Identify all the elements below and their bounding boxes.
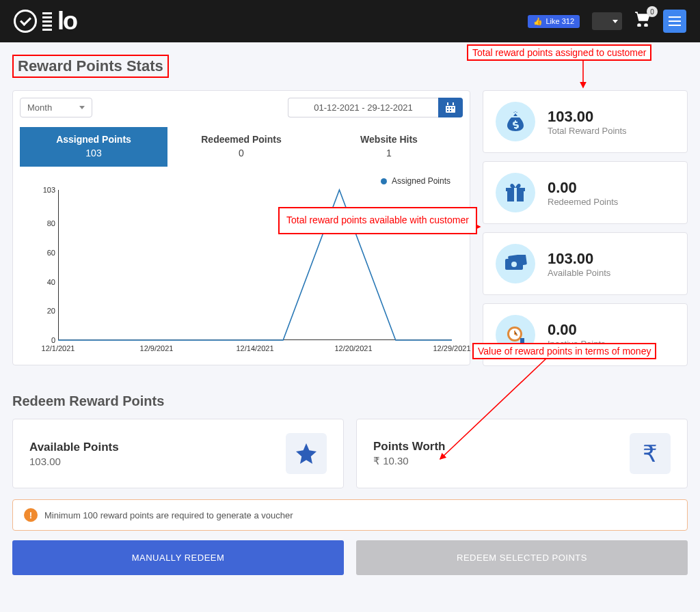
fb-like-text: Like 312 bbox=[546, 17, 574, 25]
card-label: Points Worth bbox=[373, 440, 445, 454]
stat-value: 0.00 bbox=[548, 321, 606, 339]
svg-point-17 bbox=[511, 262, 517, 267]
legend-label: Assigned Points bbox=[392, 176, 450, 186]
card-value: 103.00 bbox=[29, 456, 119, 467]
logo-text: lo bbox=[57, 7, 77, 36]
svg-rect-7 bbox=[447, 107, 448, 109]
page-title-box: Reward Points Stats bbox=[12, 55, 169, 78]
logo-building-icon bbox=[42, 12, 52, 33]
tab-value: 0 bbox=[167, 148, 315, 158]
stat-total-card: 103.00 Total Reward Points bbox=[483, 90, 688, 153]
rupee-icon: ₹ bbox=[630, 433, 671, 474]
tab-label: Assigned Points bbox=[20, 134, 167, 145]
cart-button[interactable]: 0 bbox=[634, 12, 651, 31]
tab-label: Redeemed Points bbox=[167, 134, 315, 145]
redeem-selected-button[interactable]: REDEEM SELECTED POINTS bbox=[356, 540, 688, 575]
card-value: ₹ 10.30 bbox=[373, 455, 445, 467]
chevron-down-icon bbox=[612, 20, 618, 23]
fb-like-button[interactable]: 👍 Like 312 bbox=[528, 15, 580, 28]
daterange-picker[interactable]: 01-12-2021 - 29-12-2021 bbox=[288, 98, 463, 117]
arrow-icon bbox=[574, 57, 594, 92]
svg-rect-10 bbox=[447, 110, 448, 111]
stats-sidebar: 103.00 Total Reward Points 0.00 Redeemed… bbox=[483, 90, 688, 374]
svg-rect-14 bbox=[514, 188, 517, 201]
calendar-icon bbox=[445, 102, 456, 113]
topbar-right: 👍 Like 312 0 bbox=[528, 10, 686, 33]
gift-icon bbox=[496, 173, 535, 212]
annotation-total-assigned: Total reward points assigned to customer bbox=[467, 44, 651, 61]
points-worth-card: Points Worth ₹ 10.30 ₹ bbox=[356, 419, 688, 488]
info-text: Minimum 100 reward points are required t… bbox=[44, 510, 293, 520]
page-title: Reward Points Stats bbox=[18, 57, 163, 75]
stat-available-card: 103.00 Available Points bbox=[483, 232, 688, 295]
menu-icon bbox=[669, 16, 681, 18]
warning-icon: ! bbox=[24, 508, 38, 522]
info-message: ! Minimum 100 reward points are required… bbox=[12, 499, 688, 531]
annotation-worth: Value of reward points in terms of money bbox=[472, 343, 656, 359]
stat-value: 103.00 bbox=[548, 108, 627, 126]
user-dropdown[interactable] bbox=[592, 12, 622, 30]
svg-rect-5 bbox=[447, 102, 448, 105]
period-value: Month bbox=[27, 102, 52, 113]
daterange-input[interactable]: 01-12-2021 - 29-12-2021 bbox=[288, 98, 438, 117]
stat-value: 0.00 bbox=[548, 179, 618, 197]
topbar: lo 👍 Like 312 0 bbox=[0, 0, 700, 42]
card-label: Available Points bbox=[29, 441, 119, 454]
period-select[interactable]: Month bbox=[20, 98, 92, 117]
chart-tabs: Assigned Points 103 Redeemed Points 0 We… bbox=[20, 127, 463, 167]
legend-dot-icon bbox=[381, 178, 387, 184]
chart-legend: Assigned Points bbox=[20, 176, 450, 186]
menu-button[interactable] bbox=[663, 10, 686, 33]
svg-rect-8 bbox=[450, 107, 451, 109]
redeem-section-title: Redeem Reward Points bbox=[12, 393, 688, 409]
logo[interactable]: lo bbox=[14, 7, 77, 36]
stat-label: Total Reward Points bbox=[548, 126, 627, 136]
tab-redeemed-points[interactable]: Redeemed Points 0 bbox=[167, 127, 315, 167]
svg-rect-6 bbox=[453, 102, 454, 105]
stat-label: Redeemed Points bbox=[548, 197, 618, 207]
stat-redeemed-card: 0.00 Redeemed Points bbox=[483, 161, 688, 224]
tab-label: Website Hits bbox=[315, 134, 463, 145]
svg-rect-9 bbox=[453, 107, 454, 109]
cart-badge: 0 bbox=[647, 6, 658, 17]
available-points-card: Available Points 103.00 bbox=[12, 419, 344, 488]
svg-rect-11 bbox=[450, 110, 451, 111]
calendar-button[interactable] bbox=[438, 98, 463, 117]
logo-check-icon bbox=[14, 10, 37, 33]
annotation-available: Total reward points available with custo… bbox=[278, 207, 477, 234]
stat-value: 103.00 bbox=[548, 250, 610, 268]
tab-assigned-points[interactable]: Assigned Points 103 bbox=[20, 127, 167, 167]
chart-zone: Assigned Points 02040608010312/1/202112/… bbox=[13, 167, 470, 365]
thumb-up-icon: 👍 bbox=[533, 17, 543, 26]
stat-label: Available Points bbox=[548, 268, 610, 278]
manually-redeem-button[interactable]: MANUALLY REDEEM bbox=[12, 540, 344, 575]
money-bag-icon bbox=[496, 102, 535, 141]
tab-value: 1 bbox=[315, 148, 463, 158]
cash-icon bbox=[496, 244, 535, 283]
tab-value: 103 bbox=[20, 148, 167, 158]
tab-website-hits[interactable]: Website Hits 1 bbox=[315, 127, 463, 167]
chevron-down-icon bbox=[79, 106, 85, 109]
star-icon bbox=[286, 433, 327, 474]
